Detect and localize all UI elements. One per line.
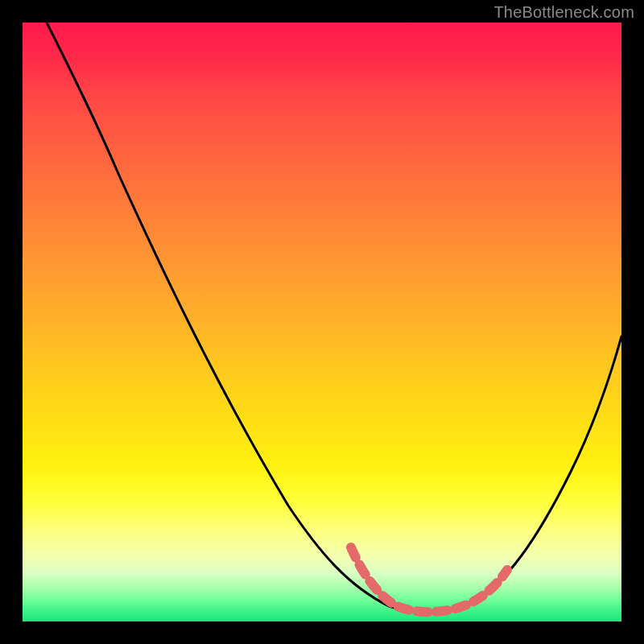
bottleneck-curve-accent <box>351 547 507 612</box>
plot-area <box>23 23 621 621</box>
watermark-text: TheBottleneck.com <box>493 3 634 22</box>
bottleneck-curve-black <box>47 23 621 612</box>
chart-frame: TheBottleneck.com <box>0 0 644 644</box>
curve-layer <box>23 23 621 621</box>
